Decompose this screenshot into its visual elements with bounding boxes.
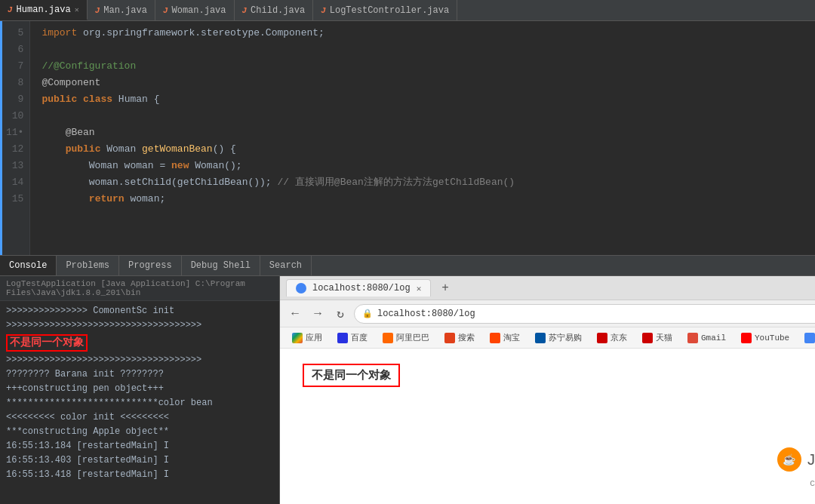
tab-child-java[interactable]: J Child.java: [235, 0, 314, 20]
line-num: 5: [6, 25, 23, 41]
console-line: >>>>>>>>>>>>>>>>>>>>>>>>>>>>>>>>>>>>: [6, 318, 273, 333]
browser-titlebar: localhost:8080/log ✕ +: [280, 276, 815, 300]
bookmark-icon: [642, 333, 653, 343]
address-text: localhost:8080/log: [377, 309, 475, 319]
console-line: ***constructing Apple object**: [6, 425, 273, 439]
panel-tab-debug-shell[interactable]: Debug Shell: [182, 256, 260, 275]
back-button[interactable]: ←: [286, 305, 304, 323]
console-output[interactable]: >>>>>>>>>>>>>>> ComonentSc init >>>>>>>>…: [0, 301, 279, 504]
browser-content-text: 不是同一个对象: [312, 370, 391, 383]
bookmark-label: 苏宁易购: [549, 332, 582, 343]
line-num: 6: [6, 41, 23, 58]
bookmark-ditu[interactable]: 地图: [798, 330, 815, 345]
line-num: 12: [6, 141, 23, 158]
browser-content-box: 不是同一个对象: [303, 364, 400, 387]
bookmark-icon: [444, 333, 455, 343]
forward-button[interactable]: →: [309, 305, 327, 323]
bookmark-label: 阿里巴巴: [396, 332, 429, 343]
bookmark-label: 京东: [610, 332, 627, 343]
bookmark-youtube[interactable]: YouTube: [735, 331, 795, 345]
editor-tab-bar: J Human.java ✕ J Man.java J Woman.java J…: [0, 0, 815, 21]
bookmark-icon: [741, 333, 752, 343]
java-icon: J: [95, 6, 100, 15]
console-header-text: LogTestApplication [Java Application] C:…: [6, 279, 245, 297]
line-num: 7: [6, 58, 23, 75]
bookmark-tianmao[interactable]: 天猫: [636, 330, 678, 345]
tab-close-icon[interactable]: ✕: [75, 5, 79, 14]
console-line: +++constructing pen object+++: [6, 382, 273, 396]
bottom-panel: Console Problems Progress Debug Shell Se…: [0, 255, 815, 504]
code-line: public Woman getWomanBean() {: [42, 141, 804, 158]
bookmark-suning[interactable]: 苏宁易购: [529, 330, 588, 345]
console-line: ???????? Barana init ????????: [6, 367, 273, 382]
address-bar[interactable]: 🔒 localhost:8080/log: [354, 304, 815, 324]
code-line: public class Human {: [42, 91, 804, 108]
browser-tab-close-icon[interactable]: ✕: [417, 284, 422, 293]
line-num: 15: [6, 191, 23, 207]
panel-tab-bar: Console Problems Progress Debug Shell Se…: [0, 255, 815, 276]
panel-tab-problems[interactable]: Problems: [57, 256, 119, 275]
code-line: @Component: [42, 75, 804, 91]
bookmark-icon: [292, 333, 303, 343]
bookmark-jd[interactable]: 京东: [591, 330, 633, 345]
line-num: 14: [6, 174, 23, 191]
bookmark-taobao[interactable]: 淘宝: [484, 330, 526, 345]
panel-tab-label: Search: [269, 260, 302, 271]
bookmark-label: 天猫: [656, 332, 672, 343]
bookmark-alibaba[interactable]: 阿里巴巴: [377, 330, 435, 345]
watermark-java: ☕ Java大后端: [777, 447, 815, 472]
java-icon: J: [163, 6, 168, 15]
blue-indicator-bar: [0, 21, 2, 255]
bookmark-baidu[interactable]: 百度: [331, 330, 374, 345]
code-editor: 5 6 7 8 9 10 11• 12 13 14 15 import org.…: [0, 21, 815, 255]
panel-tab-search[interactable]: Search: [260, 256, 312, 275]
console-line: 不是同一个对象: [6, 333, 273, 353]
panel-tab-label: Debug Shell: [191, 260, 251, 271]
browser-favicon: [296, 283, 306, 293]
line-num: 10: [6, 108, 23, 124]
line-num: 9: [6, 91, 23, 108]
line-numbers: 5 6 7 8 9 10 11• 12 13 14 15: [0, 21, 30, 255]
code-line: @Bean: [42, 124, 804, 141]
panel-tab-console[interactable]: Console: [0, 256, 57, 275]
reload-button[interactable]: ↻: [331, 305, 349, 323]
tab-human-java[interactable]: J Human.java ✕: [0, 0, 88, 20]
browser-panel: localhost:8080/log ✕ + ← → ↻ 🔒 localhost…: [279, 276, 815, 504]
console-line: ****************************color bean: [6, 396, 273, 410]
bookmark-apps[interactable]: 应用: [286, 330, 328, 345]
console-line: >>>>>>>>>>>>>>> ComonentSc init: [6, 304, 273, 318]
tab-man-java[interactable]: J Man.java: [88, 0, 155, 20]
bookmark-icon: [383, 333, 393, 343]
console-line: 16:55:13.184 [restartedMain] I: [6, 439, 273, 453]
tab-label: Man.java: [103, 5, 147, 16]
lock-icon: 🔒: [362, 309, 373, 318]
code-lines[interactable]: import org.springframework.stereotype.Co…: [30, 21, 815, 255]
tab-woman-java[interactable]: J Woman.java: [155, 0, 235, 20]
bookmark-sousuo[interactable]: 搜索: [438, 330, 481, 345]
panel-tab-label: Problems: [66, 260, 109, 271]
bookmark-label: 搜索: [458, 332, 475, 343]
panel-tab-progress[interactable]: Progress: [119, 256, 182, 275]
line-num: 13: [6, 158, 23, 174]
line-num: 11•: [6, 124, 23, 141]
browser-tab-active[interactable]: localhost:8080/log ✕: [286, 279, 431, 297]
tab-logtest-controller[interactable]: J LogTestController.java: [313, 0, 457, 20]
browser-content: 不是同一个对象 ☕ Java大后端 CSDN@泥逛逛[zott: [280, 349, 815, 504]
bookmark-label: 百度: [351, 332, 368, 343]
bookmarks-bar: 应用 百度 阿里巴巴 搜索 淘宝: [280, 327, 815, 349]
tab-label: Human.java: [17, 5, 71, 15]
code-line: [42, 108, 804, 124]
bookmark-gmail[interactable]: Gmail: [681, 331, 732, 345]
panel-tab-label: Console: [9, 260, 47, 271]
bookmark-label: 淘宝: [503, 332, 520, 343]
bookmark-label: YouTube: [755, 333, 789, 343]
bookmark-icon: [804, 333, 815, 343]
watermark-area: ☕ Java大后端 CSDN@泥逛逛[zott: [777, 447, 815, 489]
code-line: woman.setChild(getChildBean()); // 直接调用@…: [42, 174, 804, 191]
watermark-csdn-text: CSDN@泥逛逛[zott: [810, 479, 815, 488]
console-header: LogTestApplication [Java Application] C:…: [0, 276, 279, 301]
browser-new-tab-button[interactable]: +: [437, 281, 454, 295]
bookmark-icon: [535, 333, 546, 343]
tab-label: LogTestController.java: [330, 5, 449, 16]
watermark-java-text: Java大后端: [807, 450, 815, 470]
